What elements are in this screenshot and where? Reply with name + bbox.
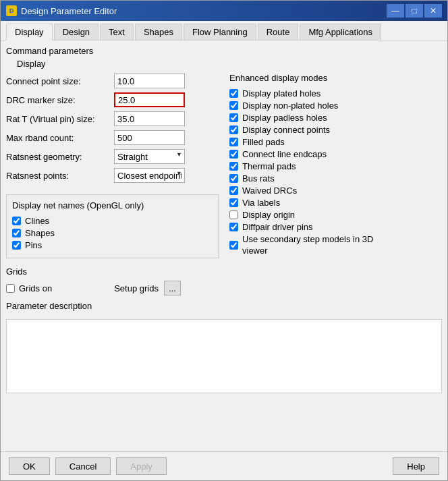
thermal-pads-row: Thermal pads bbox=[229, 161, 442, 171]
help-button[interactable]: Help bbox=[393, 457, 439, 475]
diffpair-driver-pins-checkbox[interactable] bbox=[229, 223, 238, 231]
drc-marker-size-label: DRC marker size: bbox=[6, 95, 114, 105]
display-connect-points-label: Display connect points bbox=[242, 125, 330, 135]
pins-checkbox-row: Pins bbox=[12, 240, 213, 250]
secondary-step-models-label: Use secondary step models in 3D viewer bbox=[242, 234, 377, 257]
grids-on-checkbox[interactable] bbox=[6, 284, 15, 293]
display-padless-holes-row: Display padless holes bbox=[229, 113, 442, 123]
secondary-step-models-checkbox[interactable] bbox=[229, 241, 238, 250]
right-panel: Enhanced display modes Display plated ho… bbox=[229, 73, 442, 295]
shapes-checkbox-row: Shapes bbox=[12, 228, 213, 238]
filled-pads-row: Filled pads bbox=[229, 137, 442, 147]
setup-grids-label: Setup grids bbox=[114, 283, 159, 293]
bus-rats-row: Bus rats bbox=[229, 173, 442, 183]
filled-pads-label: Filled pads bbox=[242, 137, 285, 147]
via-labels-checkbox[interactable] bbox=[229, 198, 238, 207]
minimize-button[interactable]: — bbox=[387, 4, 404, 18]
ratsnest-points-label: Ratsnest points: bbox=[6, 171, 114, 181]
max-rband-count-row: Max rband count: bbox=[6, 130, 219, 146]
max-rband-count-label: Max rband count: bbox=[6, 133, 114, 143]
window-title: Design Parameter Editor bbox=[21, 6, 117, 16]
tab-flow-planning[interactable]: Flow Planning bbox=[184, 24, 256, 40]
tab-design[interactable]: Design bbox=[54, 24, 99, 40]
param-desc-label: Parameter description bbox=[6, 301, 442, 311]
main-area: Connect point size: DRC marker size: Rat… bbox=[6, 73, 442, 295]
via-labels-row: Via labels bbox=[229, 198, 442, 208]
rat-t-size-input[interactable] bbox=[114, 111, 185, 126]
grids-section: Grids Grids on Setup grids ... bbox=[6, 266, 219, 295]
bottom-buttons: OK Cancel Apply Help bbox=[1, 451, 447, 480]
display-padless-holes-label: Display padless holes bbox=[242, 113, 327, 123]
ratsnest-geometry-select-wrapper: Straight Curved bbox=[114, 149, 185, 164]
clines-label: Clines bbox=[25, 216, 49, 226]
shapes-checkbox[interactable] bbox=[12, 229, 21, 237]
main-window: D Design Parameter Editor — □ ✕ Display … bbox=[0, 0, 448, 481]
display-plated-holes-checkbox[interactable] bbox=[229, 89, 238, 98]
ok-button[interactable]: OK bbox=[9, 457, 50, 475]
title-bar: D Design Parameter Editor — □ ✕ bbox=[1, 1, 447, 21]
tab-display[interactable]: Display bbox=[6, 24, 53, 40]
display-section-label: Display bbox=[17, 59, 442, 69]
connect-point-size-row: Connect point size: bbox=[6, 73, 219, 89]
tab-mfg-applications[interactable]: Mfg Applications bbox=[300, 24, 381, 40]
cancel-button[interactable]: Cancel bbox=[55, 457, 111, 475]
display-non-plated-holes-row: Display non-plated holes bbox=[229, 101, 442, 111]
filled-pads-checkbox[interactable] bbox=[229, 138, 238, 146]
ratsnest-geometry-select[interactable]: Straight Curved bbox=[114, 149, 185, 164]
via-labels-label: Via labels bbox=[242, 198, 280, 208]
clines-checkbox-row: Clines bbox=[12, 216, 213, 226]
drc-marker-size-row: DRC marker size: bbox=[6, 92, 219, 108]
display-origin-row: Display origin bbox=[229, 210, 442, 220]
enhanced-modes-title: Enhanced display modes bbox=[229, 73, 442, 83]
param-desc-section: Parameter description bbox=[6, 301, 442, 393]
max-rband-count-input[interactable] bbox=[114, 130, 185, 145]
close-button[interactable]: ✕ bbox=[424, 4, 442, 18]
clines-checkbox[interactable] bbox=[12, 217, 21, 225]
display-origin-label: Display origin bbox=[242, 210, 295, 220]
display-non-plated-holes-label: Display non-plated holes bbox=[242, 101, 338, 111]
thermal-pads-checkbox[interactable] bbox=[229, 162, 238, 171]
ratsnest-points-select[interactable]: Closest endpoint Pin bbox=[114, 168, 185, 183]
ratsnest-points-row: Ratsnest points: Closest endpoint Pin bbox=[6, 167, 219, 183]
waived-drcs-row: Waived DRCs bbox=[229, 186, 442, 196]
tab-text[interactable]: Text bbox=[100, 24, 134, 40]
connect-point-size-label: Connect point size: bbox=[6, 76, 114, 86]
apply-button[interactable]: Apply bbox=[116, 457, 167, 475]
connect-line-endcaps-label: Connect line endcaps bbox=[242, 149, 327, 159]
setup-grids-dots-button[interactable]: ... bbox=[164, 281, 181, 295]
waived-drcs-checkbox[interactable] bbox=[229, 186, 238, 195]
rat-t-size-row: Rat T (Virtual pin) size: bbox=[6, 111, 219, 127]
secondary-step-models-row: Use secondary step models in 3D viewer bbox=[229, 234, 442, 257]
connect-point-size-input[interactable] bbox=[114, 74, 185, 88]
waived-drcs-label: Waived DRCs bbox=[242, 186, 297, 196]
display-padless-holes-checkbox[interactable] bbox=[229, 113, 238, 122]
param-desc-box bbox=[6, 319, 442, 393]
shapes-label: Shapes bbox=[25, 228, 55, 238]
drc-marker-size-input[interactable] bbox=[114, 92, 185, 107]
thermal-pads-label: Thermal pads bbox=[242, 161, 296, 171]
display-non-plated-holes-checkbox[interactable] bbox=[229, 101, 238, 110]
content-area: Command parameters Display Connect point… bbox=[1, 40, 447, 451]
display-connect-points-checkbox[interactable] bbox=[229, 125, 238, 134]
tab-route[interactable]: Route bbox=[258, 24, 299, 40]
pins-checkbox[interactable] bbox=[12, 241, 21, 250]
ratsnest-points-select-wrapper: Closest endpoint Pin bbox=[114, 168, 185, 183]
tab-shapes[interactable]: Shapes bbox=[135, 24, 182, 40]
diffpair-driver-pins-row: Diffpair driver pins bbox=[229, 222, 442, 232]
rat-t-size-label: Rat T (Virtual pin) size: bbox=[6, 114, 114, 124]
display-connect-points-row: Display connect points bbox=[229, 125, 442, 135]
ratsnest-geometry-label: Ratsnest geometry: bbox=[6, 152, 114, 162]
diffpair-driver-pins-label: Diffpair driver pins bbox=[242, 222, 313, 232]
net-names-box: Display net names (OpenGL only) Clines S… bbox=[6, 194, 219, 258]
maximize-button[interactable]: □ bbox=[405, 4, 423, 18]
grids-on-label: Grids on bbox=[19, 283, 52, 293]
left-panel: Connect point size: DRC marker size: Rat… bbox=[6, 73, 219, 295]
bus-rats-checkbox[interactable] bbox=[229, 174, 238, 183]
command-params-label: Command parameters bbox=[6, 46, 442, 56]
display-origin-checkbox[interactable] bbox=[229, 210, 238, 219]
connect-line-endcaps-row: Connect line endcaps bbox=[229, 149, 442, 159]
pins-label: Pins bbox=[25, 240, 42, 250]
grids-row: Grids on Setup grids ... bbox=[6, 281, 219, 295]
connect-line-endcaps-checkbox[interactable] bbox=[229, 150, 238, 159]
net-names-title: Display net names (OpenGL only) bbox=[12, 200, 213, 210]
